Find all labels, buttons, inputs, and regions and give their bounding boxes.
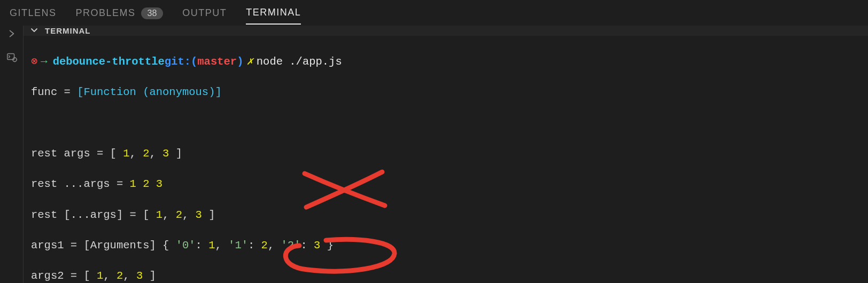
text: , [162,209,176,221]
panel-content: TERMINAL ⊗→ debounce-throttle git:(maste… [24,26,868,283]
text: , [149,147,162,160]
section-title: TERMINAL [45,26,91,35]
num: 1 [130,178,136,190]
terminal-line: args1 = [Arguments] { '0': 1, '1': 2, '2… [31,238,861,254]
terminal-line: func = [Function (anonymous)] [31,85,861,100]
text: rest args = [ [31,147,123,160]
prompt-branch: master [197,54,237,70]
text [149,178,156,190]
panel-gutter [0,26,24,283]
key: '1' [228,239,248,251]
num: 1 [156,209,162,221]
tab-terminal[interactable]: TERMINAL [246,1,301,25]
prompt-git-close: ) [237,54,243,70]
text: ] [143,270,156,282]
key: '0' [176,239,196,251]
num: 1 [97,270,103,282]
text: [Function (anonymous)] [77,86,222,98]
terminal-line: rest [...args] = [ 1, 2, 3 ] [31,208,861,223]
terminal-line: rest args = [ 1, 2, 3 ] [31,146,861,162]
prompt-line: ⊗→ debounce-throttle git:(master)✗node .… [31,54,861,70]
num: 2 [117,270,123,282]
tab-gitlens[interactable]: GITLENS [10,1,57,24]
tab-label: PROBLEMS [76,7,136,19]
text: , [215,239,228,251]
terminal-output[interactable]: ⊗→ debounce-throttle git:(master)✗node .… [24,36,868,283]
num: 1 [208,239,215,251]
prompt-dir: debounce-throttle [53,54,165,70]
tab-label: TERMINAL [246,7,301,18]
text: : [248,239,261,251]
text: , [268,239,281,251]
prompt-arrow-icon: → [41,54,47,70]
chevron-right-icon[interactable] [7,29,17,42]
terminal-line: args2 = [ 1, 2, 3 ] [31,269,861,283]
num: 3 [196,209,202,221]
num: 3 [136,270,143,282]
text: , [123,270,136,282]
text: args1 = [Arguments] { [31,239,176,251]
problems-count-badge: 38 [141,7,164,19]
num: 3 [156,178,162,190]
num: 1 [123,147,129,160]
terminal-section-header[interactable]: TERMINAL [24,26,868,36]
text [136,178,143,190]
tab-label: GITLENS [10,7,57,19]
text: ] [169,147,182,160]
tab-label: OUTPUT [182,7,227,19]
text: rest ...args = [31,178,130,190]
prompt-git-label: git:( [165,54,198,70]
text: , [130,147,143,160]
num: 3 [314,239,320,251]
prompt-command: node ./app.js [257,54,342,70]
num: 2 [261,239,268,251]
terminal-line [31,115,861,131]
panel-tabbar: GITLENS PROBLEMS 38 OUTPUT TERMINAL [0,0,868,26]
text: : [196,239,209,251]
num: 2 [176,209,182,221]
tab-output[interactable]: OUTPUT [182,1,227,24]
text: rest [...args] = [ [31,209,156,221]
text: , [182,209,196,221]
key: '2' [281,239,301,251]
num: 3 [162,147,169,160]
num: 2 [143,178,149,190]
terminal-line: rest ...args = 1 2 3 [31,177,861,192]
chevron-down-icon [30,26,38,36]
text: args2 = [ [31,270,97,282]
num: 2 [143,147,149,160]
error-status-icon: ⊗ [31,54,37,70]
text: ] [202,209,215,221]
debug-console-icon[interactable] [6,51,18,66]
tab-problems[interactable]: PROBLEMS 38 [76,1,164,25]
text: : [300,239,314,251]
prompt-dirty-icon: ✗ [246,54,253,70]
text: } [320,239,334,251]
text: , [103,270,117,282]
text: func = [31,86,77,98]
